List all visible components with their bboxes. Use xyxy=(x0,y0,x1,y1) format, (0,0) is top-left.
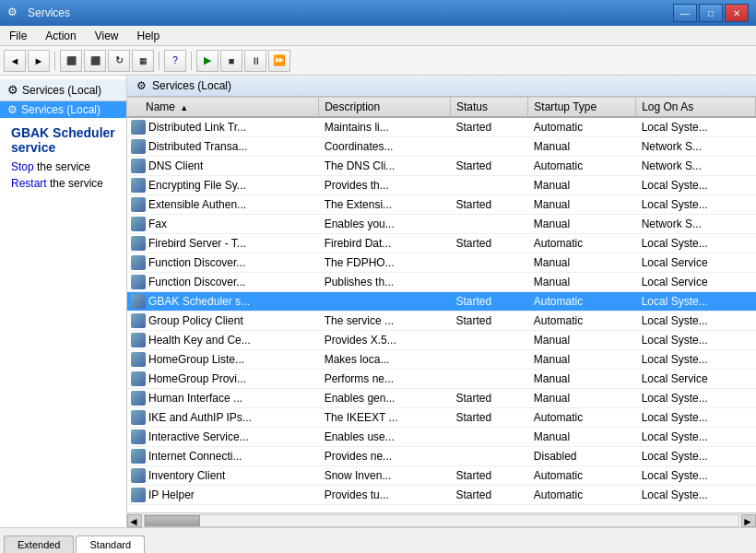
service-row-icon xyxy=(131,371,146,386)
col-name[interactable]: Name ▲ xyxy=(127,98,319,117)
table-row[interactable]: Human Interface ...Enables gen...Started… xyxy=(127,389,756,408)
toolbar-sep-2 xyxy=(159,52,159,70)
col-status[interactable]: Status xyxy=(450,98,527,117)
cell-startup: Automatic xyxy=(528,234,636,253)
table-row[interactable]: Function Discover...Publishes th...Manua… xyxy=(127,273,756,292)
table-row[interactable]: Extensible Authen...The Extensi...Starte… xyxy=(127,195,756,215)
table-row[interactable]: Function Discover...The FDPHO...ManualLo… xyxy=(127,253,756,273)
service-row-icon xyxy=(131,159,146,173)
cell-name: Group Policy Client xyxy=(127,312,275,330)
cell-description: Performs ne... xyxy=(319,370,451,389)
show-scope-button[interactable]: ⬛ xyxy=(60,50,82,72)
stop-button[interactable]: ■ xyxy=(220,50,242,72)
cell-status xyxy=(450,253,527,273)
tab-standard[interactable]: Standard xyxy=(76,535,145,553)
horizontal-scrollbar[interactable]: ◄ ► xyxy=(127,512,756,527)
cell-name: GBAK Scheduler s... xyxy=(127,292,275,311)
refresh-button[interactable]: ↻ xyxy=(108,50,130,72)
cell-description: Publishes th... xyxy=(319,273,451,292)
restart-link-line: Restart the service xyxy=(11,177,115,190)
cell-startup: Automatic xyxy=(528,486,636,505)
services-table-container[interactable]: Name ▲ Description Status Startup Type L… xyxy=(127,97,756,512)
cell-status xyxy=(450,137,527,157)
table-row[interactable]: Health Key and Ce...Provides X.5...Manua… xyxy=(127,331,756,350)
cell-startup: Automatic xyxy=(528,157,636,176)
hscroll-left[interactable]: ◄ xyxy=(127,514,142,527)
table-row[interactable]: Internet Connecti...Provides ne...Disabl… xyxy=(127,447,756,466)
cell-status xyxy=(450,370,527,389)
help-button[interactable]: ? xyxy=(164,50,186,72)
table-row[interactable]: HomeGroup Liste...Makes loca...ManualLoc… xyxy=(127,350,756,370)
cell-name: DNS Client xyxy=(127,157,275,175)
cell-name: Function Discover... xyxy=(127,273,275,291)
table-row[interactable]: HomeGroup Provi...Performs ne...ManualLo… xyxy=(127,370,756,389)
table-row[interactable]: IP HelperProvides tu...StartedAutomaticL… xyxy=(127,486,756,505)
cell-startup: Disabled xyxy=(528,447,636,466)
menu-file[interactable]: File xyxy=(0,26,36,45)
title-bar: ⚙ Services — □ ✕ xyxy=(0,0,756,26)
cell-name: Encrypting File Sy... xyxy=(127,176,275,194)
table-row[interactable]: Encrypting File Sy...Provides th...Manua… xyxy=(127,176,756,195)
service-row-icon xyxy=(131,352,146,367)
minimize-button[interactable]: — xyxy=(673,4,697,22)
menu-help[interactable]: Help xyxy=(128,26,170,45)
stop-link[interactable]: Stop xyxy=(11,160,34,173)
window-controls: — □ ✕ xyxy=(673,4,749,22)
table-row[interactable]: Distributed Link Tr...Maintains li...Sta… xyxy=(127,117,756,137)
table-row[interactable]: Interactive Service...Enables use...Manu… xyxy=(127,428,756,447)
tab-extended[interactable]: Extended xyxy=(4,535,74,553)
forward-button[interactable]: ► xyxy=(28,50,50,72)
cell-description: Enables use... xyxy=(319,428,451,447)
maximize-button[interactable]: □ xyxy=(699,4,723,22)
cell-status xyxy=(450,176,527,195)
sort-arrow-name: ▲ xyxy=(180,103,188,112)
cell-status: Started xyxy=(450,486,527,505)
cell-name: Inventory Client xyxy=(127,466,275,485)
col-startup[interactable]: Startup Type xyxy=(528,98,636,117)
cell-logon: Local Syste... xyxy=(636,447,756,466)
pause-button[interactable]: ⏸ xyxy=(244,50,266,72)
services-local-icon: ⚙ xyxy=(7,103,18,116)
back-button[interactable]: ◄ xyxy=(4,50,26,72)
cell-status xyxy=(450,447,527,466)
left-panel-title: Services (Local) xyxy=(22,84,101,97)
cell-description: The IKEEXT ... xyxy=(319,408,451,428)
cell-logon: Local Syste... xyxy=(636,176,756,195)
cell-startup: Automatic xyxy=(528,466,636,486)
cell-name: Internet Connecti... xyxy=(127,447,275,465)
col-description[interactable]: Description xyxy=(319,98,451,117)
col-logon[interactable]: Log On As xyxy=(636,98,756,117)
cell-startup: Automatic xyxy=(528,312,636,331)
service-row-icon xyxy=(131,468,146,483)
hscroll-right[interactable]: ► xyxy=(741,514,756,527)
table-row[interactable]: IKE and AuthIP IPs...The IKEEXT ...Start… xyxy=(127,408,756,428)
resume-button[interactable]: ⏩ xyxy=(268,50,290,72)
services-local-item[interactable]: ⚙ Services (Local) xyxy=(0,101,126,118)
table-row[interactable]: DNS ClientThe DNS Cli...StartedAutomatic… xyxy=(127,157,756,176)
service-row-icon xyxy=(131,275,146,289)
table-row[interactable]: Group Policy ClientThe service ...Starte… xyxy=(127,312,756,331)
service-row-icon xyxy=(131,429,146,444)
close-button[interactable]: ✕ xyxy=(725,4,749,22)
left-panel-header: ⚙ Services (Local) xyxy=(0,79,126,101)
hscroll-track[interactable] xyxy=(144,514,739,527)
table-row[interactable]: FaxEnables you...ManualNetwork S... xyxy=(127,215,756,234)
hscroll-thumb[interactable] xyxy=(145,515,200,526)
menu-action[interactable]: Action xyxy=(36,26,85,45)
export-button[interactable]: ▦ xyxy=(132,50,154,72)
cell-logon: Local Service xyxy=(636,273,756,292)
table-row[interactable]: Firebird Server - T...Firebird Dat...Sta… xyxy=(127,234,756,253)
service-row-icon xyxy=(131,139,146,154)
play-button[interactable]: ▶ xyxy=(196,50,219,72)
restart-link[interactable]: Restart xyxy=(11,177,47,190)
table-row[interactable]: Distributed Transa...Coordinates...Manua… xyxy=(127,137,756,157)
menu-view[interactable]: View xyxy=(86,26,128,45)
stop-suffix: the service xyxy=(34,160,90,173)
cell-startup: Manual xyxy=(528,176,636,195)
show-tree-button[interactable]: ⬛ xyxy=(84,50,106,72)
cell-status: Started xyxy=(450,466,527,486)
toolbar-sep-3 xyxy=(191,52,192,70)
cell-description xyxy=(319,292,451,312)
table-row[interactable]: GBAK Scheduler s...StartedAutomaticLocal… xyxy=(127,292,756,312)
table-row[interactable]: Inventory ClientSnow Inven...StartedAuto… xyxy=(127,466,756,486)
